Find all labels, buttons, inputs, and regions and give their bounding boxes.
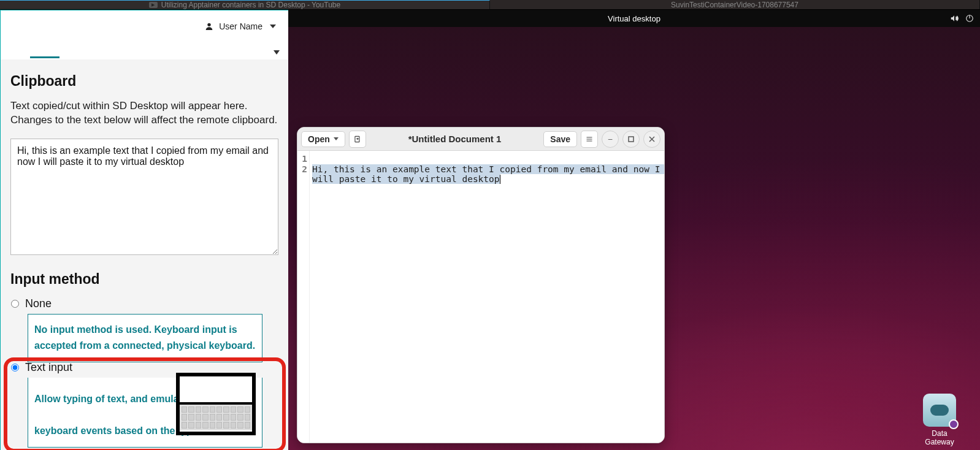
desktop-icon-data-gateway[interactable]: Data Gateway — [919, 394, 960, 446]
radio-none-label: None — [25, 297, 52, 310]
text-cursor — [500, 175, 500, 184]
data-gateway-icon — [923, 394, 956, 427]
clipboard-description: Text copied/cut within SD Desktop will a… — [10, 99, 278, 128]
desktop-icon-label: Data Gateway — [919, 429, 960, 446]
text-editor-window: Open *Untitled Document 1 Save – — [297, 127, 665, 443]
browser-tab-bar: ▶ Utilizing Apptainer containers in SD D… — [0, 0, 980, 10]
person-icon — [204, 21, 214, 31]
user-name-label: User Name — [219, 21, 262, 31]
hamburger-icon — [585, 135, 594, 143]
link-badge-icon — [949, 419, 959, 429]
radio-textinput[interactable] — [11, 364, 19, 372]
browser-tab-container[interactable]: SuvinTestiContainerVideo-1708677547 — [490, 0, 980, 9]
user-menu[interactable]: User Name — [204, 21, 276, 31]
browser-tab-youtube[interactable]: ▶ Utilizing Apptainer containers in SD D… — [0, 0, 490, 9]
chevron-down-icon — [334, 137, 339, 140]
line-number-gutter: 1 2 — [297, 151, 310, 443]
close-button[interactable] — [643, 131, 660, 148]
desktop-wallpaper[interactable]: Open *Untitled Document 1 Save – — [288, 27, 980, 450]
input-method-textinput-desc: Allow typing of text, and emulate keyboa… — [28, 378, 262, 448]
maximize-icon — [628, 136, 634, 142]
svg-point-0 — [208, 23, 211, 26]
tab-title: SuvinTestiContainerVideo-1708677547 — [671, 1, 798, 9]
close-icon — [649, 136, 655, 142]
open-button[interactable]: Open — [301, 131, 345, 147]
editor-titlebar[interactable]: Open *Untitled Document 1 Save – — [297, 128, 664, 151]
system-tray — [949, 14, 974, 23]
selected-text: Hi, this is an example text that I copie… — [312, 164, 665, 185]
clipboard-textarea[interactable] — [10, 139, 278, 255]
new-tab-button[interactable] — [349, 131, 366, 148]
save-button[interactable]: Save — [543, 131, 577, 147]
maximize-button[interactable] — [622, 131, 640, 148]
chevron-down-icon — [270, 25, 276, 28]
tab-title: Utilizing Apptainer containers in SD Des… — [161, 1, 340, 9]
editor-body[interactable]: 1 2 Hi, this is an example text that I c… — [297, 151, 664, 443]
keyboard-illustration — [176, 373, 256, 435]
clipboard-heading: Clipboard — [10, 73, 278, 90]
new-document-icon — [353, 135, 362, 143]
active-tab-indicator — [30, 56, 59, 58]
input-method-none-desc: No input method is used. Keyboard input … — [28, 314, 262, 362]
radio-textinput-label: Text input — [25, 361, 72, 374]
input-method-heading: Input method — [10, 271, 278, 288]
power-icon[interactable] — [965, 14, 974, 23]
radio-none[interactable] — [11, 300, 19, 308]
youtube-icon: ▶ — [149, 2, 158, 8]
editor-document-title: *Untitled Document 1 — [370, 134, 540, 144]
hamburger-button[interactable] — [581, 131, 598, 148]
virtual-desktop-frame: Virtual desktop Open *Untitled Document … — [288, 10, 980, 450]
section-collapse-icon[interactable] — [274, 50, 280, 55]
sidebar-header: User Name — [1, 10, 288, 59]
input-method-none[interactable]: None — [10, 297, 278, 310]
vd-title: Virtual desktop — [608, 14, 660, 23]
vd-top-bar: Virtual desktop — [288, 10, 980, 27]
guacamole-sidebar: User Name Clipboard Text copied/cut with… — [0, 10, 288, 450]
input-method-textinput[interactable]: Text input — [10, 361, 278, 374]
svg-rect-7 — [629, 137, 634, 142]
minimize-button[interactable]: – — [602, 131, 619, 148]
editor-text-area[interactable]: Hi, this is an example text that I copie… — [310, 151, 664, 443]
main-area: User Name Clipboard Text copied/cut with… — [0, 10, 980, 450]
volume-icon[interactable] — [949, 14, 959, 23]
sidebar-body: Clipboard Text copied/cut within SD Desk… — [1, 59, 288, 450]
